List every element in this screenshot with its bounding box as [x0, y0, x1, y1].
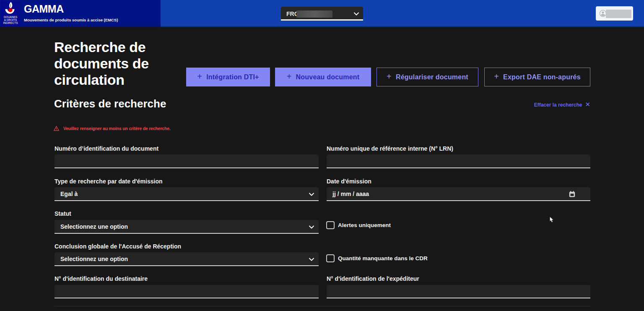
- svg-text:INDIRECTS: INDIRECTS: [3, 21, 18, 24]
- svg-text:& DROITS: & DROITS: [4, 18, 17, 21]
- svg-text:DOUANES: DOUANES: [4, 16, 18, 18]
